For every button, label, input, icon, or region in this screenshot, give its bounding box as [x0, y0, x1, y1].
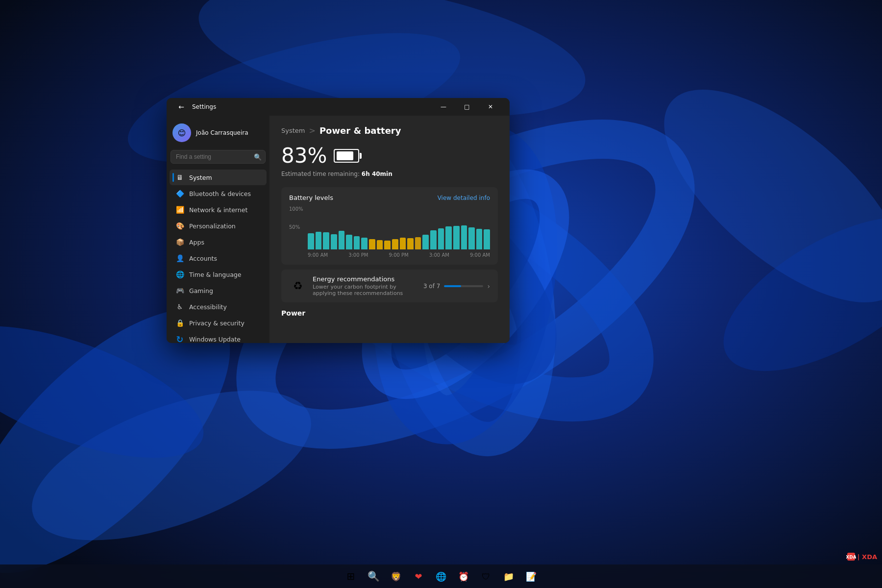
sidebar-item-label: Personalization [189, 222, 236, 230]
brave-icon: 🦁 [391, 571, 401, 582]
sidebar-item-personalization[interactable]: 🎨 Personalization [170, 218, 267, 234]
back-button[interactable]: ← [174, 100, 188, 114]
minimize-icon: — [441, 103, 446, 110]
sidebar-item-time-language[interactable]: 🌐 Time & language [170, 267, 267, 282]
battery-chart-section: Battery levels View detailed info 100% 5… [281, 187, 498, 265]
sidebar-item-bluetooth[interactable]: 🔷 Bluetooth & devices [170, 186, 267, 201]
sidebar-item-label: Time & language [189, 271, 241, 278]
title-bar: ← Settings — □ ✕ [167, 98, 510, 116]
privacy-icon: 🔒 [175, 318, 184, 327]
system-icon: 🖥 [175, 173, 184, 182]
clock-icon: ⏰ [458, 571, 469, 582]
chart-bar-0 [308, 233, 314, 249]
sidebar-item-label: Accessibility [189, 303, 227, 311]
back-icon: ← [178, 103, 184, 111]
chart-bar-13 [407, 238, 414, 249]
taskbar-vivaldi[interactable]: ❤ [409, 566, 428, 586]
maximize-button[interactable]: □ [456, 99, 478, 115]
sidebar-item-system[interactable]: 🖥 System [170, 170, 267, 185]
battery-fill [337, 151, 353, 160]
close-button[interactable]: ✕ [479, 99, 502, 115]
chart-bar-8 [369, 239, 375, 249]
apps-icon: 📦 [175, 238, 184, 246]
settings-window: ← Settings — □ ✕ 😊 João Carrasqu [167, 98, 510, 343]
vivaldi-icon: ❤ [415, 571, 422, 582]
estimated-time: Estimated time remaining: 6h 40min [281, 171, 498, 177]
chart-area: 100% 50% [289, 206, 490, 250]
energy-text: Energy recommendations Lower your carbon… [313, 275, 417, 296]
chart-bar-4 [339, 231, 345, 249]
bluetooth-icon: 🔷 [175, 189, 184, 198]
energy-recommendations-desc: Lower your carbon footprint by applying … [313, 284, 417, 296]
sidebar-item-gaming[interactable]: 🎮 Gaming [170, 283, 267, 298]
energy-recommendations-title: Energy recommendations [313, 275, 417, 283]
view-detailed-info-link[interactable]: View detailed info [438, 195, 490, 201]
svg-text:XDA: XDA [846, 555, 856, 560]
globe-icon: 🌐 [436, 571, 446, 582]
sidebar-item-network[interactable]: 📶 Network & internet [170, 202, 267, 218]
sidebar-item-accounts[interactable]: 👤 Accounts [170, 250, 267, 266]
x-label-3am: 3:00 AM [429, 252, 449, 258]
chart-bar-22 [476, 229, 483, 249]
minimize-button[interactable]: — [432, 99, 455, 115]
sidebar-item-accessibility[interactable]: ♿ Accessibility [170, 299, 267, 315]
taskbar-notes[interactable]: 📝 [521, 566, 541, 586]
time-icon: 🌐 [175, 270, 184, 279]
breadcrumb-parent[interactable]: System [281, 127, 305, 134]
search-icon: 🔍 [254, 153, 262, 161]
taskbar-search[interactable]: 🔍 [364, 566, 383, 586]
taskbar-start[interactable]: ⊞ [341, 566, 361, 586]
taskbar-files[interactable]: 📁 [499, 566, 518, 586]
window-title: Settings [192, 103, 432, 110]
chart-title: Battery levels [289, 194, 333, 201]
battery-percentage-row: 83% [281, 144, 498, 168]
sidebar-item-label: Gaming [189, 287, 213, 294]
energy-progress-fill [444, 285, 461, 287]
chart-bar-19 [453, 226, 460, 249]
close-icon: ✕ [488, 103, 493, 110]
main-content: System > Power & battery 83% Estimated t… [270, 116, 510, 343]
taskbar-brave[interactable]: 🦁 [386, 566, 406, 586]
taskbar-shield[interactable]: 🛡 [476, 566, 496, 586]
maximize-icon: □ [464, 103, 469, 110]
chart-bar-23 [484, 229, 490, 249]
chart-header: Battery levels View detailed info [289, 194, 490, 201]
chart-bar-18 [445, 226, 452, 249]
search-input[interactable] [171, 150, 266, 164]
taskbar-clock[interactable]: ⏰ [454, 566, 473, 586]
files-icon: 📁 [503, 571, 514, 582]
sidebar-item-privacy[interactable]: 🔒 Privacy & security [170, 315, 267, 331]
sidebar-item-label: Apps [189, 239, 204, 246]
sidebar-item-label: Network & internet [189, 206, 247, 214]
sidebar-item-label: Privacy & security [189, 319, 245, 327]
user-name: João Carrasqueira [196, 129, 248, 136]
taskbar: ⊞ 🔍 🦁 ❤ 🌐 ⏰ 🛡 📁 📝 [0, 564, 882, 588]
breadcrumb-separator: > [309, 126, 315, 135]
chart-bar-14 [415, 237, 421, 249]
sidebar-item-windows-update[interactable]: ↻ Windows Update [170, 331, 267, 343]
breadcrumb-current: Power & battery [319, 125, 401, 136]
chart-bar-9 [377, 240, 383, 249]
notes-icon: 📝 [526, 571, 537, 582]
start-icon: ⊞ [347, 570, 355, 582]
chart-bar-3 [331, 234, 337, 249]
chart-bar-17 [438, 228, 444, 249]
user-profile[interactable]: 😊 João Carrasqueira [167, 120, 270, 150]
taskbar-search-icon: 🔍 [368, 570, 380, 582]
bars-container [308, 206, 490, 250]
sidebar-item-apps[interactable]: 📦 Apps [170, 234, 267, 250]
taskbar-globe[interactable]: 🌐 [431, 566, 451, 586]
energy-recommendations[interactable]: ♻ Energy recommendations Lower your carb… [281, 270, 498, 302]
sidebar-nav: 🖥 System 🔷 Bluetooth & devices 📶 Network… [167, 170, 270, 343]
chart-bar-21 [468, 227, 475, 249]
search-box: 🔍 [171, 150, 266, 164]
gaming-icon: 🎮 [175, 286, 184, 295]
chart-bar-20 [461, 225, 467, 249]
chart-bar-10 [384, 241, 391, 249]
sidebar-item-label: Bluetooth & devices [189, 190, 251, 197]
power-section-label: Power [281, 307, 498, 317]
update-icon: ↻ [175, 335, 184, 343]
avatar-image: 😊 [178, 128, 186, 138]
avatar: 😊 [172, 123, 191, 142]
chart-x-labels: 9:00 AM 3:00 PM 9:00 PM 3:00 AM 9:00 AM [308, 252, 490, 258]
